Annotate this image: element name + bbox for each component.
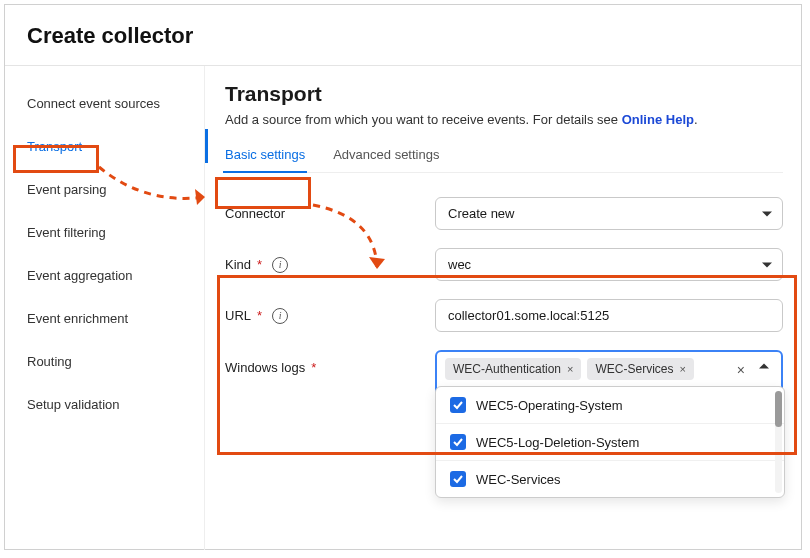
tag-label: WEC-Authentication — [453, 362, 561, 376]
info-icon[interactable]: i — [272, 257, 288, 273]
row-connector: Connector Create new — [225, 197, 783, 230]
url-input[interactable]: collector01.some.local:5125 — [435, 299, 783, 332]
sidebar-item-routing[interactable]: Routing — [5, 340, 204, 383]
tab-advanced-settings[interactable]: Advanced settings — [333, 147, 439, 172]
chevron-up-icon[interactable] — [759, 364, 769, 369]
scrollbar-thumb[interactable] — [775, 391, 782, 427]
info-icon[interactable]: i — [272, 308, 288, 324]
tab-left-indicator — [205, 129, 208, 163]
option-label: WEC5-Log-Deletion-System — [476, 435, 639, 450]
sidebar-item-event-parsing[interactable]: Event parsing — [5, 168, 204, 211]
section-description: Add a source from which you want to rece… — [225, 112, 783, 127]
sidebar-item-label: Routing — [27, 354, 72, 369]
option-label: WEC5-Operating-System — [476, 398, 623, 413]
required-asterisk: * — [257, 308, 262, 323]
sidebar-item-label: Event filtering — [27, 225, 106, 240]
sidebar-item-transport[interactable]: Transport — [5, 125, 204, 168]
option-label: WEC-Services — [476, 472, 561, 487]
main-panel: Transport Add a source from which you wa… — [205, 66, 801, 550]
required-asterisk: * — [257, 257, 262, 272]
kind-select[interactable]: wec — [435, 248, 783, 281]
tabs: Basic settings Advanced settings — [225, 147, 783, 173]
label-url: URL* i — [225, 308, 435, 324]
tag: WEC-Services× — [587, 358, 693, 380]
row-url: URL* i collector01.some.local:5125 — [225, 299, 783, 332]
label-windows-logs: Windows logs* — [225, 350, 435, 375]
chevron-down-icon — [762, 262, 772, 267]
windows-logs-dropdown: WEC5-Operating-System WEC5-Log-Deletion-… — [435, 386, 785, 498]
connector-select[interactable]: Create new — [435, 197, 783, 230]
label-text: Connector — [225, 206, 285, 221]
sidebar-item-label: Event aggregation — [27, 268, 133, 283]
sidebar-item-label: Event parsing — [27, 182, 107, 197]
dropdown-option[interactable]: WEC5-Operating-System — [436, 387, 784, 423]
remove-tag-icon[interactable]: × — [567, 363, 573, 375]
label-text: Windows logs — [225, 360, 305, 375]
input-value: collector01.some.local:5125 — [448, 308, 609, 323]
checkbox-checked-icon[interactable] — [450, 471, 466, 487]
label-text: Kind — [225, 257, 251, 272]
sidebar-item-event-enrichment[interactable]: Event enrichment — [5, 297, 204, 340]
sidebar-item-label: Transport — [27, 139, 82, 154]
page-title: Create collector — [5, 5, 801, 65]
label-text: URL — [225, 308, 251, 323]
select-value: wec — [448, 257, 471, 272]
required-asterisk: * — [311, 360, 316, 375]
sidebar-item-label: Setup validation — [27, 397, 120, 412]
checkbox-checked-icon[interactable] — [450, 397, 466, 413]
chevron-down-icon — [762, 211, 772, 216]
remove-tag-icon[interactable]: × — [680, 363, 686, 375]
sidebar-item-event-filtering[interactable]: Event filtering — [5, 211, 204, 254]
dropdown-option[interactable]: WEC5-Log-Deletion-System — [436, 423, 784, 460]
wizard-sidebar: Connect event sources Transport Event pa… — [5, 66, 205, 550]
label-connector: Connector — [225, 206, 435, 221]
clear-all-icon[interactable]: × — [737, 362, 745, 378]
section-title: Transport — [225, 82, 783, 106]
sidebar-item-setup-validation[interactable]: Setup validation — [5, 383, 204, 426]
dropdown-option[interactable]: WEC-Services — [436, 460, 784, 497]
sidebar-item-event-aggregation[interactable]: Event aggregation — [5, 254, 204, 297]
online-help-link[interactable]: Online Help — [622, 112, 694, 127]
sidebar-item-label: Connect event sources — [27, 96, 160, 111]
label-kind: Kind* i — [225, 257, 435, 273]
select-value: Create new — [448, 206, 514, 221]
tag-label: WEC-Services — [595, 362, 673, 376]
row-kind: Kind* i wec — [225, 248, 783, 281]
sidebar-item-label: Event enrichment — [27, 311, 128, 326]
desc-text: Add a source from which you want to rece… — [225, 112, 622, 127]
sidebar-item-connect-event-sources[interactable]: Connect event sources — [5, 82, 204, 125]
desc-text: . — [694, 112, 698, 127]
tab-basic-settings[interactable]: Basic settings — [225, 147, 305, 172]
tag: WEC-Authentication× — [445, 358, 581, 380]
checkbox-checked-icon[interactable] — [450, 434, 466, 450]
